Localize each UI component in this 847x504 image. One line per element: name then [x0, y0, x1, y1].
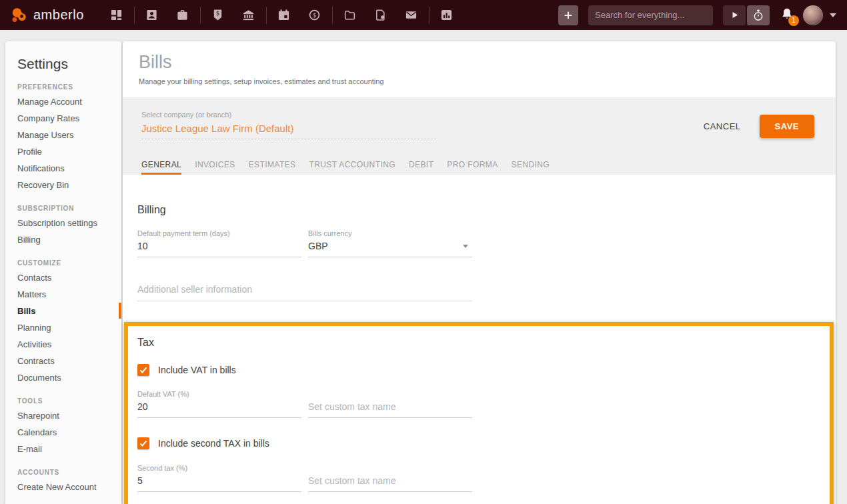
account-menu-button[interactable]	[830, 13, 836, 17]
topbar-divider	[429, 7, 430, 24]
contacts-icon[interactable]	[137, 0, 167, 30]
sidebar-item-contracts[interactable]: Contracts	[5, 353, 121, 369]
sidebar-item-email[interactable]: E-mail	[5, 441, 121, 457]
second-tax-custom-name-field: Set custom tax name	[308, 472, 472, 492]
include-vat-label[interactable]: Include VAT in bills	[158, 365, 236, 375]
vat-custom-name-input[interactable]: Set custom tax name	[308, 401, 472, 418]
second-tax-label: Second tax (%)	[137, 464, 301, 472]
files-icon[interactable]	[335, 0, 365, 30]
svg-text:$: $	[216, 10, 219, 17]
billing-section-title: Billing	[137, 204, 821, 216]
amberlo-logo[interactable]: amberlo	[11, 7, 84, 24]
start-timer-button[interactable]	[723, 5, 746, 25]
notifications-button[interactable]: 1	[780, 7, 794, 23]
second-tax-custom-name-input[interactable]: Set custom tax name	[308, 475, 472, 492]
topbar-divider	[200, 7, 201, 24]
sidebar-item-contacts[interactable]: Contacts	[5, 269, 121, 286]
currency-label: Bills currency	[308, 229, 472, 237]
logo-text: amberlo	[33, 7, 84, 23]
calendar-icon[interactable]	[269, 0, 299, 30]
settings-sidebar: Settings PREFERENCES Manage Account Comp…	[5, 41, 121, 504]
sidebar-section-preferences: PREFERENCES	[17, 83, 121, 91]
tax-section-title: Tax	[137, 337, 816, 349]
topbar: amberlo $ $	[0, 0, 847, 30]
include-second-tax-label[interactable]: Include second TAX in bills	[158, 438, 269, 449]
currency-select-value: GBP	[308, 241, 328, 251]
matters-icon[interactable]	[167, 0, 198, 30]
seller-info-input[interactable]: Additional seller information	[137, 284, 472, 301]
timer-button[interactable]	[747, 5, 770, 25]
seller-info-field: Additional seller information	[137, 284, 472, 301]
payment-term-input[interactable]: 10	[137, 241, 301, 257]
sidebar-section-customize: CUSTOMIZE	[17, 259, 121, 267]
sidebar-item-company-rates[interactable]: Company Rates	[5, 110, 121, 127]
sidebar-item-planning[interactable]: Planning	[5, 319, 121, 336]
time-billing-icon[interactable]: $	[299, 0, 330, 30]
company-band: Select company (or branch) Justice Leagu…	[123, 97, 836, 175]
avatar[interactable]	[803, 5, 823, 25]
check-icon	[139, 440, 147, 447]
second-tax-field: Second tax (%) 5	[137, 464, 301, 492]
bills-tabs: GENERAL INVOICES ESTIMATES TRUST ACCOUNT…	[141, 160, 563, 175]
currency-field: Bills currency GBP	[308, 229, 472, 257]
tab-general[interactable]: GENERAL	[141, 160, 181, 175]
company-select[interactable]: Select company (or branch) Justice Leagu…	[141, 111, 436, 139]
sidebar-item-notifications[interactable]: Notifications	[5, 160, 121, 177]
sidebar-item-sharepoint[interactable]: Sharepoint	[5, 407, 121, 424]
second-tax-checkbox-row: Include second TAX in bills	[137, 437, 816, 449]
sidebar-item-matters[interactable]: Matters	[5, 286, 121, 303]
payment-term-label: Default payment term (days)	[137, 229, 301, 237]
sidebar-item-activities[interactable]: Activities	[5, 336, 121, 353]
include-vat-checkbox[interactable]	[137, 364, 149, 376]
page-header: Bills Manage your billing settings, setu…	[123, 41, 836, 97]
sidebar-item-recovery-bin[interactable]: Recovery Bin	[5, 177, 121, 193]
billing-section: Billing Default payment term (days) 10 B…	[137, 204, 821, 301]
sidebar-item-manage-account[interactable]: Manage Account	[5, 93, 121, 110]
notification-badge: 1	[788, 15, 799, 26]
reports-icon[interactable]	[432, 0, 462, 30]
search-input[interactable]	[588, 5, 713, 25]
sidebar-item-billing[interactable]: Billing	[5, 231, 121, 248]
topbar-divider	[134, 7, 135, 24]
general-tab-content: Billing Default payment term (days) 10 B…	[123, 204, 836, 504]
tab-pro-forma[interactable]: PRO FORMA	[447, 160, 498, 175]
include-second-tax-checkbox[interactable]	[137, 437, 149, 449]
sidebar-section-tools: TOOLS	[17, 397, 121, 405]
svg-text:$: $	[313, 11, 317, 19]
company-select-label: Select company (or branch)	[141, 111, 436, 119]
tab-invoices[interactable]: INVOICES	[195, 160, 235, 175]
tab-trust-accounting[interactable]: TRUST ACCOUNTING	[309, 160, 395, 175]
vat-custom-name-field: Set custom tax name	[308, 398, 472, 418]
default-vat-input[interactable]: 20	[137, 401, 301, 418]
second-tax-input[interactable]: 5	[137, 475, 301, 492]
sidebar-item-documents[interactable]: Documents	[5, 369, 121, 386]
sidebar-section-subscription: SUBSCRIPTION	[17, 205, 121, 212]
bank-icon[interactable]	[233, 0, 264, 30]
tab-estimates[interactable]: ESTIMATES	[249, 160, 296, 175]
topbar-divider	[332, 7, 333, 24]
default-vat-field: Default VAT (%) 20	[137, 390, 301, 418]
dashboard-icon[interactable]	[101, 0, 132, 30]
sidebar-item-profile[interactable]: Profile	[5, 143, 121, 160]
sidebar-title: Settings	[17, 56, 121, 72]
default-vat-label: Default VAT (%)	[137, 390, 301, 398]
save-button[interactable]: SAVE	[760, 115, 814, 138]
sidebar-section-accounts: ACCOUNTS	[17, 469, 121, 476]
topbar-divider	[266, 7, 267, 24]
company-select-value[interactable]: Justice League Law Firm (Default)	[141, 123, 436, 139]
currency-select[interactable]: GBP	[308, 241, 472, 257]
tab-debit[interactable]: DEBIT	[409, 160, 434, 175]
cancel-button[interactable]: CANCEL	[704, 121, 741, 131]
sidebar-item-bills[interactable]: Bills	[5, 303, 121, 319]
mail-icon[interactable]	[396, 0, 427, 30]
sidebar-item-create-new-account[interactable]: Create New Account	[5, 479, 121, 495]
documents-icon[interactable]	[365, 0, 396, 30]
payment-term-field: Default payment term (days) 10	[137, 229, 301, 257]
sidebar-item-calendars[interactable]: Calendars	[5, 424, 121, 441]
add-new-button[interactable]	[558, 5, 578, 25]
sidebar-item-subscription-settings[interactable]: Subscription settings	[5, 215, 121, 231]
stopwatch-icon	[752, 9, 764, 21]
billing-icon[interactable]: $	[203, 0, 233, 30]
sidebar-item-manage-users[interactable]: Manage Users	[5, 127, 121, 143]
tab-sending[interactable]: SENDING	[512, 160, 550, 175]
